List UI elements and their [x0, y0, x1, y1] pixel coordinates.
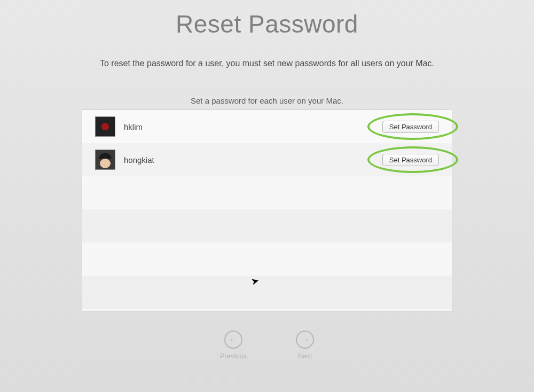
arrow-left-icon: ←: [224, 331, 242, 349]
empty-row: [82, 276, 452, 309]
empty-row: [82, 176, 452, 209]
user-avatar-icon: [95, 116, 115, 137]
next-label: Next: [298, 352, 312, 360]
set-password-button[interactable]: Set Password: [382, 154, 439, 166]
page-title: Reset Password: [0, 10, 534, 38]
user-row: hongkiat Set Password: [82, 143, 452, 176]
arrow-right-icon: →: [296, 331, 314, 349]
username-label: hongkiat: [124, 155, 382, 164]
set-password-button[interactable]: Set Password: [382, 121, 439, 133]
sub-instruction-text: Set a password for each user on your Mac…: [0, 96, 534, 105]
user-avatar-icon: [95, 150, 115, 170]
username-label: hklim: [124, 122, 382, 131]
empty-row: [82, 242, 452, 276]
user-list-panel: hklim Set Password hongkiat Set Password: [82, 109, 452, 311]
user-row: hklim Set Password: [82, 110, 452, 143]
empty-row: [82, 209, 452, 242]
previous-button: ← Previous: [220, 331, 247, 360]
previous-label: Previous: [220, 352, 247, 360]
navigation-buttons: ← Previous → Next: [0, 331, 534, 360]
next-button: → Next: [296, 331, 314, 360]
instruction-text: To reset the password for a user, you mu…: [0, 59, 534, 68]
